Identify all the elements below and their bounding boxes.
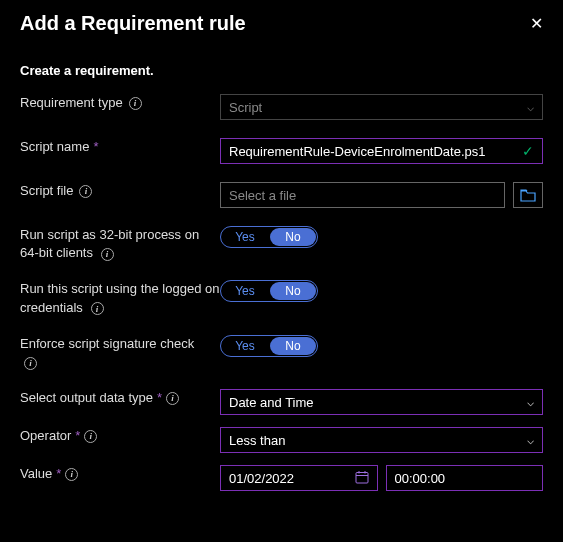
chevron-down-icon: ⌵ xyxy=(527,395,534,409)
required-indicator: * xyxy=(157,389,162,407)
calendar-icon[interactable] xyxy=(355,470,369,487)
script-name-value: RequirementRule-DeviceEnrolmentDate.ps1 xyxy=(229,144,486,159)
script-file-label: Script file xyxy=(20,182,73,200)
operator-label: Operator xyxy=(20,427,71,445)
toggle-no[interactable]: No xyxy=(270,282,316,300)
info-icon[interactable]: i xyxy=(65,468,78,481)
enforce-sig-label: Enforce script signature check xyxy=(20,336,194,351)
info-icon[interactable]: i xyxy=(79,185,92,198)
svg-rect-0 xyxy=(356,472,368,483)
info-icon[interactable]: i xyxy=(84,430,97,443)
operator-value: Less than xyxy=(229,433,285,448)
required-indicator: * xyxy=(75,427,80,445)
script-file-placeholder: Select a file xyxy=(229,188,296,203)
close-icon[interactable]: ✕ xyxy=(530,14,543,33)
operator-select[interactable]: Less than ⌵ xyxy=(220,427,543,453)
run-32bit-toggle[interactable]: Yes No xyxy=(220,226,318,248)
chevron-down-icon: ⌵ xyxy=(527,433,534,447)
toggle-yes[interactable]: Yes xyxy=(221,227,269,247)
browse-file-button[interactable] xyxy=(513,182,543,208)
toggle-no[interactable]: No xyxy=(270,228,316,246)
info-icon[interactable]: i xyxy=(129,97,142,110)
toggle-yes[interactable]: Yes xyxy=(221,336,269,356)
info-icon[interactable]: i xyxy=(101,248,114,261)
requirement-type-value: Script xyxy=(229,100,262,115)
requirement-type-select[interactable]: Script ⌵ xyxy=(220,94,543,120)
script-name-label: Script name xyxy=(20,138,89,156)
required-indicator: * xyxy=(56,465,61,483)
output-type-value: Date and Time xyxy=(229,395,314,410)
check-icon: ✓ xyxy=(522,143,534,159)
toggle-yes[interactable]: Yes xyxy=(221,281,269,301)
requirement-type-label: Requirement type xyxy=(20,94,123,112)
toggle-no[interactable]: No xyxy=(270,337,316,355)
enforce-sig-toggle[interactable]: Yes No xyxy=(220,335,318,357)
run-logged-on-label: Run this script using the logged on cred… xyxy=(20,281,219,314)
info-icon[interactable]: i xyxy=(24,357,37,370)
subheading: Create a requirement. xyxy=(20,63,543,78)
script-name-input[interactable]: RequirementRule-DeviceEnrolmentDate.ps1 … xyxy=(220,138,543,164)
script-file-input[interactable]: Select a file xyxy=(220,182,505,208)
page-title: Add a Requirement rule xyxy=(20,12,246,35)
value-date-input[interactable]: 01/02/2022 xyxy=(220,465,378,491)
required-indicator: * xyxy=(93,138,98,156)
output-type-label: Select output data type xyxy=(20,389,153,407)
run-logged-on-toggle[interactable]: Yes No xyxy=(220,280,318,302)
info-icon[interactable]: i xyxy=(166,392,179,405)
value-time-input[interactable]: 00:00:00 xyxy=(386,465,544,491)
chevron-down-icon: ⌵ xyxy=(527,100,534,114)
output-type-select[interactable]: Date and Time ⌵ xyxy=(220,389,543,415)
value-label: Value xyxy=(20,465,52,483)
value-time: 00:00:00 xyxy=(395,471,446,486)
info-icon[interactable]: i xyxy=(91,302,104,315)
folder-icon xyxy=(520,188,536,202)
value-date: 01/02/2022 xyxy=(229,471,294,486)
